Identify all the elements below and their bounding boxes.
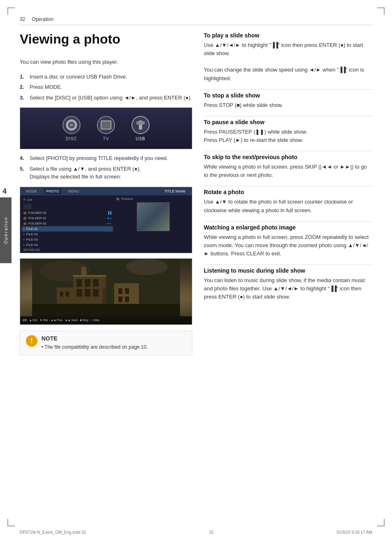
steps-list: 1. Insert a disc or connect USB Flash Dr… (20, 73, 192, 102)
menu-item-disc: DISC (62, 116, 81, 141)
svg-rect-9 (76, 289, 82, 296)
step-1-text: Insert a disc or connect USB Flash Drive… (30, 73, 127, 81)
file-list: ≡ List ▤ FOLDER 03 ▐▐ ▤ FOLDER 01 (20, 195, 115, 253)
divider-2 (204, 116, 372, 116)
usb-label: USB (136, 137, 145, 141)
section-text-pause: Press PAUSE/STEP (❚❚) while slide show. … (204, 128, 372, 144)
step-3-num: 3. (20, 94, 28, 102)
note-content: NOTE • The file compatibility are descri… (42, 335, 148, 351)
step-4-text: Select [PHOTO] by pressing TITLE repeate… (30, 154, 168, 162)
fullscreen-overlay-bar: 2/9 ▲ Rot ▼ Rot ◄◄ Prev ►► Next ■ Stop □… (20, 316, 192, 324)
section-enlarged-photo: Watching a enlarged photo image While vi… (204, 224, 372, 258)
footer-timestamp: 5/18/10 9:26:17 AM (337, 530, 372, 535)
disc-icon-container (62, 116, 81, 134)
browser-title: TITLE Movie (164, 189, 185, 193)
tv-icon (101, 120, 111, 130)
file03-name: FILE 03 (26, 238, 38, 241)
note-exclamation-icon: ! (26, 335, 37, 347)
section-text-music: You can listen to music during slide sho… (204, 276, 372, 301)
svg-rect-17 (125, 296, 129, 302)
section-play-slideshow: To play a slide show Use ▲/▼/◄/► to high… (204, 32, 372, 83)
overlay-hide: □ Hide (91, 319, 99, 322)
svg-rect-15 (125, 288, 129, 294)
svg-rect-20 (66, 292, 69, 296)
file02-name: FILE 02 (26, 232, 38, 236)
overlay-next: ►► Next (65, 319, 78, 322)
page-footer: DP571M-N_Event_OM_Eng.indd 32 32 5/18/10… (20, 530, 372, 535)
fullscreen-image (20, 259, 192, 324)
page-title: Viewing a photo (20, 32, 192, 46)
step-4: 4. Select [PHOTO] by pressing TITLE repe… (20, 154, 192, 162)
chapter-title: Operation (32, 16, 53, 22)
browser-item-file01: ▪ FILE 01 (22, 226, 113, 232)
usb-icon-container (131, 116, 150, 134)
file-icon-2: ▪ (23, 232, 25, 236)
step-4-num: 4. (20, 154, 28, 162)
section-title-rotate: Rotate a photo (204, 189, 372, 195)
folder03-name: FOLDER 03 (28, 211, 46, 215)
preview-dimensions: 567X432 2/9 (23, 248, 40, 251)
note-label: NOTE (42, 335, 148, 342)
usb-icon (139, 120, 142, 130)
browser-screen-content: MODE PHOTO MENU TITLE Movie ≡ List ▤ (20, 187, 192, 253)
folder-icon-3: ▤ (23, 222, 27, 225)
footer-filename: DP571M-N_Event_OM_Eng.indd 32 (20, 530, 86, 535)
section-title-play: To play a slide show (204, 32, 372, 39)
section-text-stop: Press STOP (■) while slide show. (204, 101, 372, 109)
section-rotate-photo: Rotate a photo Use ▲/▼ to rotate the pho… (204, 189, 372, 214)
tv-icon-container (97, 116, 115, 134)
step-1: 1. Insert a disc or connect USB Flash Dr… (20, 73, 192, 81)
svg-rect-16 (118, 296, 122, 302)
note-text: • The file compatibility are described o… (42, 343, 148, 351)
main-content: Viewing a photo You can view photo files… (20, 25, 372, 517)
folder-icon: ▤ (23, 211, 27, 215)
svg-rect-8 (93, 279, 99, 287)
page-header: 32 Operation (20, 16, 372, 25)
section-text-skip: While viewing a photo in full screen, pr… (204, 163, 372, 179)
preview-label: Preview (121, 197, 133, 201)
folder01-name: FOLDER 01 (28, 216, 46, 220)
menu-item-usb: USB (131, 116, 150, 141)
note-box: ! NOTE • The file compatibility are desc… (20, 331, 192, 355)
svg-rect-10 (85, 289, 90, 296)
overlay-rot-down: ▼ Rot (40, 319, 48, 322)
intro-text: You can view photo files using this play… (20, 58, 192, 66)
list-back-btn (23, 204, 32, 209)
corner-decoration-tl (7, 7, 15, 15)
overlay-stop: ■ Stop (80, 319, 89, 322)
section-title-skip: To skip to the next/previous photo (204, 154, 372, 160)
corner-decoration-tr (377, 7, 385, 15)
file-preview: ▤ Preview (115, 195, 192, 253)
disc-icon (66, 119, 77, 131)
sidebar-tab-label: Operation (3, 217, 8, 244)
section-text-enlarged: While viewing a photo in full screen, pr… (204, 233, 372, 258)
divider-6 (204, 264, 372, 265)
step-2-num: 2. (20, 83, 28, 91)
step-2-text: Press MODE. (30, 83, 62, 91)
sidebar-chapter-number: 4 (2, 187, 7, 196)
overlay-prev: ◄◄ Prev (50, 319, 62, 322)
browser-screenshot: MODE PHOTO MENU TITLE Movie ≡ List ▤ (20, 187, 192, 253)
fullscreen-screen-content: 2/9 ▲ Rot ▼ Rot ◄◄ Prev ►► Next ■ Stop □… (20, 259, 192, 324)
section-title-pause: To pause a slide show (204, 119, 372, 125)
svg-rect-21 (32, 304, 180, 316)
divider-1 (204, 89, 372, 90)
list-icon: ≡ (23, 198, 25, 202)
step-5-num: 5. (20, 165, 28, 181)
divider-3 (204, 151, 372, 151)
file-icon-1: ▪ (23, 227, 25, 231)
corner-decoration-bl (7, 519, 15, 526)
section-pause-slideshow: To pause a slide show Press PAUSE/STEP (… (204, 119, 372, 144)
folder02-extra: >>> (106, 222, 111, 225)
left-column: Viewing a photo You can view photo files… (20, 25, 192, 517)
file01-name: FILE 01 (26, 227, 38, 231)
list-header: ≡ List (22, 197, 113, 202)
preview-icon: ▤ (116, 197, 120, 201)
section-title-enlarged: Watching a enlarged photo image (204, 224, 372, 231)
overlay-rot-up: ▲ Rot (29, 319, 37, 322)
page-number: 32 (20, 16, 25, 22)
preview-image (137, 202, 170, 231)
section-stop-slideshow: To stop a slide show Press STOP (■) whil… (204, 92, 372, 109)
browser-tab-mode: MODE (23, 188, 39, 194)
menu-screen-content: DISC TV USB (20, 108, 192, 149)
